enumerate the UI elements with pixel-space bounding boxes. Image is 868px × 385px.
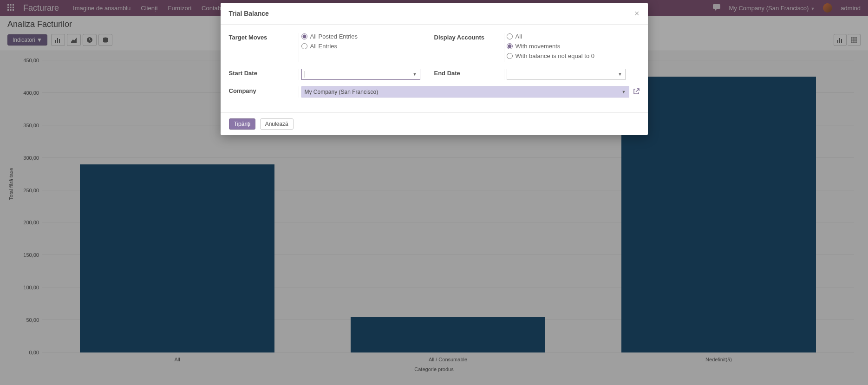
chevron-down-icon: ▼: [622, 90, 626, 94]
print-button[interactable]: Tipăriți: [229, 118, 256, 130]
display-accounts-label: Display Accounts: [434, 33, 504, 62]
chevron-down-icon: ▼: [618, 72, 622, 77]
display-accounts-all[interactable]: All: [507, 33, 640, 40]
close-icon[interactable]: ×: [634, 9, 640, 18]
display-accounts-balance[interactable]: With balance is not equal to 0: [507, 52, 640, 59]
company-label: Company: [229, 86, 299, 98]
target-moves-all[interactable]: All Entries: [301, 43, 434, 50]
chevron-down-icon: ▼: [413, 72, 417, 77]
trial-balance-modal: Trial Balance × Target Moves All Posted …: [221, 3, 648, 135]
start-date-label: Start Date: [229, 69, 299, 80]
company-select[interactable]: My Company (San Francisco) ▼: [301, 86, 629, 98]
modal-title: Trial Balance: [229, 10, 269, 17]
cancel-button[interactable]: Anulează: [260, 118, 294, 130]
target-moves-posted[interactable]: All Posted Entries: [301, 33, 434, 40]
target-moves-label: Target Moves: [229, 33, 299, 62]
start-date-input[interactable]: ▼: [301, 69, 420, 80]
end-date-label: End Date: [434, 69, 504, 80]
end-date-input[interactable]: ▼: [507, 69, 626, 80]
display-accounts-movements[interactable]: With movements: [507, 43, 640, 50]
external-link-icon[interactable]: [633, 88, 640, 96]
